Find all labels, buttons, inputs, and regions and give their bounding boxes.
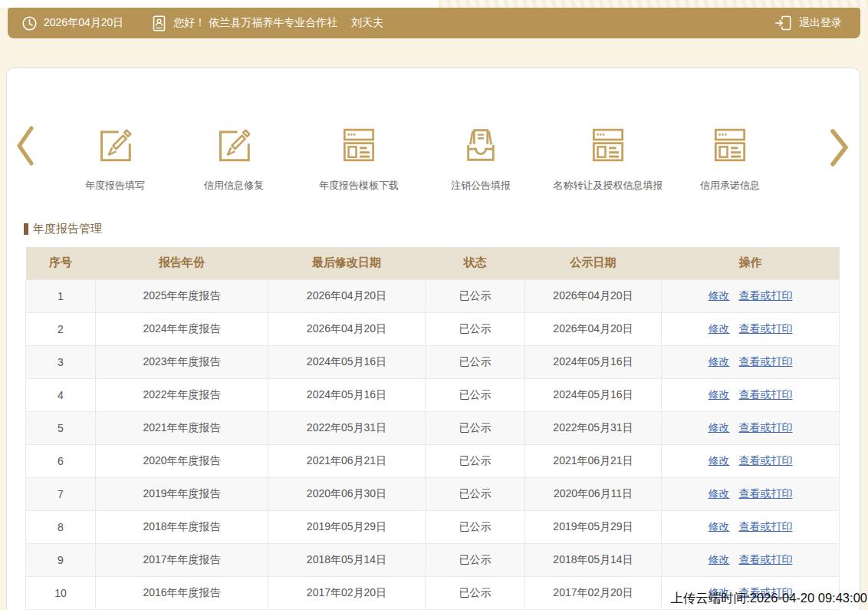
table-row: 72019年年度报告2020年06月30日已公示2020年06月11日修改查看或… xyxy=(26,477,840,510)
view-print-link[interactable]: 查看或打印 xyxy=(739,355,793,368)
table-cell-actions: 修改查看或打印 xyxy=(662,279,840,312)
table-cell-actions: 修改查看或打印 xyxy=(662,378,840,411)
table-cell: 4 xyxy=(26,378,96,411)
menu-item-credit-repair[interactable]: 信用信息修复 xyxy=(169,124,299,193)
edit-icon xyxy=(212,124,255,167)
menu-item-name-transfer[interactable]: 名称转让及授权信息填报 xyxy=(543,124,673,193)
view-print-link[interactable]: 查看或打印 xyxy=(739,487,793,500)
col-header-actions: 操作 xyxy=(662,247,840,279)
scroll-left-chevron[interactable] xyxy=(15,125,35,167)
table-cell: 2024年年度报告 xyxy=(96,312,268,345)
view-print-link[interactable]: 查看或打印 xyxy=(739,454,793,467)
user-name: 刘天夫 xyxy=(351,16,383,30)
table-cell: 2018年05月14日 xyxy=(525,543,662,576)
menu-item-template-download[interactable]: 年度报告模板下载 xyxy=(294,124,424,193)
table-cell: 已公示 xyxy=(426,576,525,609)
view-print-link[interactable]: 查看或打印 xyxy=(739,388,793,401)
table-cell: 已公示 xyxy=(426,279,525,312)
menu-item-label: 年度报告模板下载 xyxy=(294,179,424,193)
view-print-link[interactable]: 查看或打印 xyxy=(739,289,793,302)
section-title-bullet xyxy=(24,223,28,235)
table-cell: 2020年06月30日 xyxy=(268,477,426,510)
view-print-link[interactable]: 查看或打印 xyxy=(739,520,793,533)
table-cell: 2018年年度报告 xyxy=(96,510,268,543)
menu-item-label: 信用承诺信息 xyxy=(665,179,795,193)
table-cell: 2021年年度报告 xyxy=(96,411,268,444)
menu-item-label: 注销公告填报 xyxy=(416,179,546,193)
table-row: 42022年年度报告2024年05月16日已公示2024年05月16日修改查看或… xyxy=(26,378,840,411)
menu-item-credit-commitment[interactable]: 信用承诺信息 xyxy=(665,124,795,193)
table-cell: 2021年06月21日 xyxy=(268,444,426,477)
table-cell: 2019年年度报告 xyxy=(96,477,268,510)
menu-item-label: 信用信息修复 xyxy=(169,179,299,193)
form-icon xyxy=(709,124,751,167)
edit-link[interactable]: 修改 xyxy=(709,388,730,401)
view-print-link[interactable]: 查看或打印 xyxy=(739,553,793,565)
menu-item-label: 年度报告填写 xyxy=(50,179,180,193)
col-header-modified: 最后修改日期 xyxy=(268,247,426,279)
table-cell: 2022年05月31日 xyxy=(525,411,662,444)
table-cell: 已公示 xyxy=(426,477,525,510)
table-row: 62020年年度报告2021年06月21日已公示2021年06月21日修改查看或… xyxy=(26,444,840,477)
table-cell: 9 xyxy=(26,543,96,576)
upload-time-overlay: 上传云端时间:2026-04-20 09:43:00 xyxy=(670,590,867,607)
edit-link[interactable]: 修改 xyxy=(709,289,730,302)
menu-item-label: 名称转让及授权信息填报 xyxy=(543,179,673,193)
table-cell: 2026年04月20日 xyxy=(268,312,426,345)
col-header-index: 序号 xyxy=(26,247,96,279)
topbar: 2026年04月20日 您好！ 依兰县万福养牛专业合作社 刘天夫 退出登录 xyxy=(8,8,860,38)
table-cell-actions: 修改查看或打印 xyxy=(662,477,840,510)
table-cell-actions: 修改查看或打印 xyxy=(662,411,840,444)
table-cell: 6 xyxy=(26,444,96,477)
table-cell: 7 xyxy=(26,477,96,510)
table-cell: 8 xyxy=(26,510,96,543)
table-cell: 2025年年度报告 xyxy=(96,279,268,312)
table-cell-actions: 修改查看或打印 xyxy=(662,543,840,576)
table-cell: 3 xyxy=(26,345,96,378)
edit-link[interactable]: 修改 xyxy=(709,322,730,335)
table-cell: 2 xyxy=(26,312,96,345)
edit-link[interactable]: 修改 xyxy=(709,520,730,533)
org-name: 依兰县万福养牛专业合作社 xyxy=(209,16,337,28)
table-cell: 已公示 xyxy=(426,510,525,543)
table-row: 22024年年度报告2026年04月20日已公示2026年04月20日修改查看或… xyxy=(26,312,840,345)
edit-link[interactable]: 修改 xyxy=(709,454,730,467)
table-cell: 2020年06月11日 xyxy=(525,477,662,510)
table-cell: 2026年04月20日 xyxy=(525,312,662,345)
report-table-wrap: 序号 报告年份 最后修改日期 状态 公示日期 操作 12025年年度报告2026… xyxy=(25,247,839,610)
table-row: 82018年年度报告2019年05月29日已公示2019年05月29日修改查看或… xyxy=(26,510,840,543)
table-cell: 2024年05月16日 xyxy=(268,345,426,378)
table-cell: 2026年04月20日 xyxy=(525,279,662,312)
table-cell-actions: 修改查看或打印 xyxy=(662,345,840,378)
table-cell: 2019年05月29日 xyxy=(268,510,426,543)
table-cell: 1 xyxy=(26,279,96,312)
report-table: 序号 报告年份 最后修改日期 状态 公示日期 操作 12025年年度报告2026… xyxy=(25,247,840,610)
col-header-status: 状态 xyxy=(426,247,525,279)
table-cell: 已公示 xyxy=(426,345,525,378)
edit-link[interactable]: 修改 xyxy=(709,553,730,565)
table-cell: 已公示 xyxy=(426,543,525,576)
report-table-body: 12025年年度报告2026年04月20日已公示2026年04月20日修改查看或… xyxy=(26,279,840,609)
table-cell: 2022年年度报告 xyxy=(96,378,268,411)
logout-button[interactable]: 退出登录 xyxy=(774,14,842,32)
edit-link[interactable]: 修改 xyxy=(709,421,730,434)
clock-icon xyxy=(21,15,38,31)
menu-item-annual-report-fill[interactable]: 年度报告填写 xyxy=(50,124,180,193)
table-cell-actions: 修改查看或打印 xyxy=(662,312,840,345)
table-cell: 2024年05月16日 xyxy=(525,345,662,378)
col-header-year: 报告年份 xyxy=(96,247,268,279)
form-icon xyxy=(337,124,380,167)
table-cell: 已公示 xyxy=(426,312,525,345)
table-cell-actions: 修改查看或打印 xyxy=(662,444,840,477)
table-cell: 2017年02月20日 xyxy=(268,576,426,609)
edit-link[interactable]: 修改 xyxy=(709,487,730,500)
view-print-link[interactable]: 查看或打印 xyxy=(739,322,793,335)
scroll-right-chevron[interactable] xyxy=(829,129,850,167)
menu-item-cancellation-notice[interactable]: 注销公告填报 xyxy=(416,124,546,193)
table-row: 32023年年度报告2024年05月16日已公示2024年05月16日修改查看或… xyxy=(26,345,840,378)
table-cell: 2017年年度报告 xyxy=(96,543,268,576)
table-cell: 2018年05月14日 xyxy=(268,543,426,576)
view-print-link[interactable]: 查看或打印 xyxy=(739,421,793,434)
table-cell: 已公示 xyxy=(426,444,525,477)
edit-link[interactable]: 修改 xyxy=(709,355,730,368)
